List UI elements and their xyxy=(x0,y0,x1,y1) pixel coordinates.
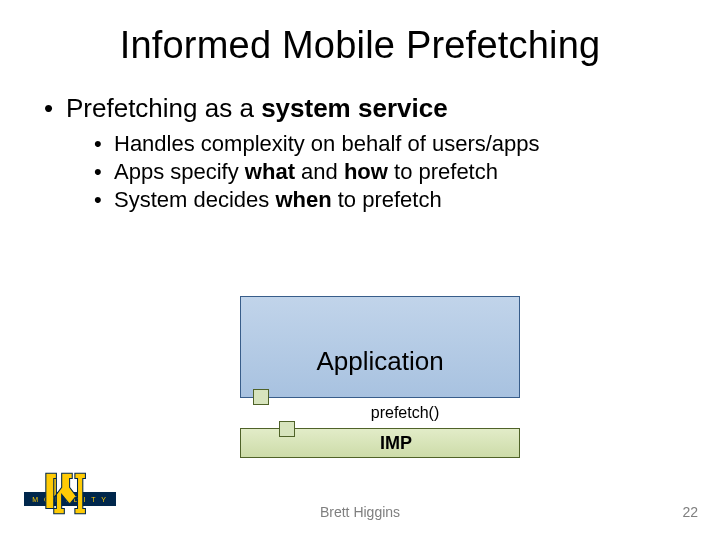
imp-box: IMP xyxy=(240,428,520,458)
bullet-main-text-pre: Prefetching as a xyxy=(66,93,261,123)
sub-bullet-2-mid: and xyxy=(295,159,344,184)
sub-bullet-2: Apps specify what and how to prefetch xyxy=(66,158,680,186)
sub-bullet-2-b1: what xyxy=(245,159,295,184)
sub-bullet-3-post: to prefetch xyxy=(332,187,442,212)
prefetch-label: prefetch() xyxy=(371,404,439,422)
sub-bullet-3-b: when xyxy=(275,187,331,212)
page-number: 22 xyxy=(682,504,698,520)
footer-author: Brett Higgins xyxy=(0,504,720,520)
application-box: Application xyxy=(240,296,520,398)
bullet-list-lvl1: Prefetching as a system service Handles … xyxy=(40,93,680,214)
imp-label: IMP xyxy=(380,433,412,454)
bullet-main: Prefetching as a system service Handles … xyxy=(40,93,680,214)
imp-handle-icon xyxy=(279,421,295,437)
sub-bullet-2-post: to prefetch xyxy=(388,159,498,184)
application-label: Application xyxy=(316,346,443,377)
bullet-list-lvl2: Handles complexity on behalf of users/ap… xyxy=(66,130,680,214)
sub-bullet-1-text: Handles complexity on behalf of users/ap… xyxy=(114,131,540,156)
sub-bullet-2-pre: Apps specify xyxy=(114,159,245,184)
sub-bullet-2-b2: how xyxy=(344,159,388,184)
sub-bullet-3: System decides when to prefetch xyxy=(66,186,680,214)
sub-bullet-3-pre: System decides xyxy=(114,187,275,212)
bullet-main-text-bold: system service xyxy=(261,93,447,123)
sub-bullet-1: Handles complexity on behalf of users/ap… xyxy=(66,130,680,158)
slide-title: Informed Mobile Prefetching xyxy=(40,24,680,67)
architecture-diagram: Application prefetch() IMP xyxy=(240,296,520,458)
